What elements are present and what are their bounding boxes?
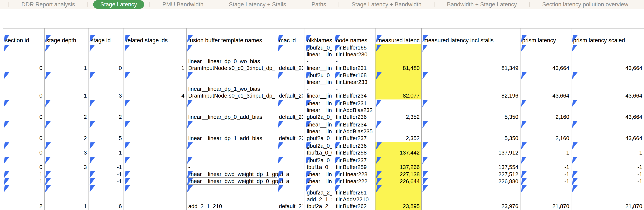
column-header-fusion-buffer-template-names[interactable]: fusion buffer template names	[186, 35, 277, 44]
cell-r6-stage-depth[interactable]: 3	[44, 156, 89, 171]
cell-r1-stage-depth[interactable]: 1	[44, 44, 89, 72]
cell-r9-prism-latency[interactable]: 21,870	[520, 185, 572, 210]
cell-r8-prism-latency[interactable]: -1	[520, 178, 572, 185]
cell-r4-blknames[interactable]: linear__linelinear__linegbuf2a_0_1	[305, 121, 334, 142]
tab-ddr-report-analysis[interactable]: DDR Report analysis	[14, 0, 82, 9]
column-header-stage-depth[interactable]: stage depth	[44, 35, 89, 44]
cell-r9-measured-latency[interactable]: 23,895	[376, 185, 422, 210]
cell-r4-related-stage-ids[interactable]	[124, 121, 186, 142]
column-header-blknames[interactable]: blkNames	[305, 35, 334, 44]
cell-r5-stage-id[interactable]: -1	[89, 142, 124, 156]
cell-r6-prism-latency[interactable]: -1	[520, 156, 572, 171]
cell-r5-prism-latency[interactable]: -1	[520, 142, 572, 156]
cell-r7-related-stage-ids[interactable]	[124, 171, 186, 178]
cell-r9-measured-latency-incl-stalls[interactable]: 23,976	[422, 185, 520, 210]
cell-r7-measured-latency-incl-stalls[interactable]: 227,512	[422, 171, 520, 178]
cell-r7-section-id[interactable]: 1	[3, 171, 44, 178]
empty-cell[interactable]	[186, 29, 277, 35]
cell-r7-prism-latency-scaled[interactable]: -1	[572, 171, 644, 178]
cell-r9-mac-id[interactable]: default_210	[277, 185, 305, 210]
column-header-measured-latency[interactable]: measured latency	[376, 35, 422, 44]
cell-r3-related-stage-ids[interactable]	[124, 99, 186, 121]
cell-r4-section-id[interactable]: 0	[3, 121, 44, 142]
cell-r2-measured-latency-incl-stalls[interactable]: 82,196	[422, 72, 520, 99]
cell-r9-stage-id[interactable]: 6	[89, 185, 124, 210]
cell-r5-blknames[interactable]: gbuf2a_0_0tbuf1a_0_0	[305, 142, 334, 156]
cell-r7-blknames[interactable]: linear__line	[305, 171, 334, 178]
cell-r5-measured-latency[interactable]: 137,442	[376, 142, 422, 156]
cell-r1-stage-id[interactable]: 0	[89, 44, 124, 72]
empty-cell[interactable]	[334, 29, 376, 35]
cell-r7-fusion-buffer-template-names[interactable]: linear__linear_bwd_weight_dp_1_grad_a	[186, 171, 277, 178]
cell-r5-mac-id[interactable]	[277, 142, 305, 156]
cell-r6-measured-latency[interactable]: 137,266	[376, 156, 422, 171]
cell-r9-prism-latency-scaled[interactable]: 21,870	[572, 185, 644, 210]
cell-r6-fusion-buffer-template-names[interactable]: -	[186, 156, 277, 171]
column-header-related-stage-ids[interactable]: related stage ids	[124, 35, 186, 44]
cell-r4-stage-depth[interactable]: 2	[44, 121, 89, 142]
cell-r2-stage-depth[interactable]: 1	[44, 72, 89, 99]
cell-r6-section-id[interactable]: 0	[3, 156, 44, 171]
cell-r1-measured-latency[interactable]: 81,480	[376, 44, 422, 72]
cell-r2-prism-latency[interactable]: 43,664	[520, 72, 572, 99]
cell-r1-prism-latency[interactable]: 43,664	[520, 44, 572, 72]
empty-cell[interactable]	[3, 29, 44, 35]
cell-r1-prism-latency-scaled[interactable]: 43,664	[572, 44, 644, 72]
cell-r2-fusion-buffer-template-names[interactable]: linear__linear_dp_1_wo_biasDramInputNode…	[186, 72, 277, 99]
cell-r3-prism-latency-scaled[interactable]: 43,664	[572, 99, 644, 121]
cell-r4-measured-latency-incl-stalls[interactable]: 5,350	[422, 121, 520, 142]
cell-r5-related-stage-ids[interactable]	[124, 142, 186, 156]
empty-cell[interactable]	[305, 29, 334, 35]
cell-r7-node-names[interactable]: tlir.Linear228	[334, 171, 376, 178]
column-header-stage-id[interactable]: stage id	[89, 35, 124, 44]
cell-r9-fusion-buffer-template-names[interactable]: add_2_1_210	[186, 185, 277, 210]
tab-paths[interactable]: Paths	[304, 0, 333, 9]
cell-r8-blknames[interactable]: linear__line	[305, 178, 334, 185]
cell-r2-prism-latency-scaled[interactable]: 43,664	[572, 72, 644, 99]
tab-bandwidth-stage-latency[interactable]: Bandwidth + Stage Latency	[440, 0, 524, 9]
cell-r5-prism-latency-scaled[interactable]: -1	[572, 142, 644, 156]
cell-r4-prism-latency-scaled[interactable]: 43,664	[572, 121, 644, 142]
cell-r6-blknames[interactable]: gbuf2a_0_1tbuf1a_0_1	[305, 156, 334, 171]
cell-r8-section-id[interactable]: 1	[3, 178, 44, 185]
cell-r2-blknames[interactable]: gbuf2u_0_1linear__line-linear__line	[305, 72, 334, 99]
cell-r2-node-names[interactable]: tlir.Buffer168tlir.Linear233-tlir.Buffer…	[334, 72, 376, 99]
empty-cell[interactable]	[89, 29, 124, 35]
empty-cell[interactable]	[277, 29, 305, 35]
cell-r8-stage-depth[interactable]	[44, 178, 89, 185]
cell-r9-related-stage-ids[interactable]	[124, 185, 186, 210]
column-header-mac-id[interactable]: mac id	[277, 35, 305, 44]
cell-r8-measured-latency-incl-stalls[interactable]: 226,880	[422, 178, 520, 185]
cell-r6-mac-id[interactable]	[277, 156, 305, 171]
cell-r5-measured-latency-incl-stalls[interactable]: 137,912	[422, 142, 520, 156]
cell-r2-mac-id[interactable]: default_233	[277, 72, 305, 99]
cell-r8-stage-id[interactable]: -1	[89, 178, 124, 185]
cell-r1-measured-latency-incl-stalls[interactable]: 81,349	[422, 44, 520, 72]
tab-stage-latency-stalls[interactable]: Stage Latency + Stalls	[222, 0, 293, 9]
tab-stage-latency[interactable]: Stage Latency	[93, 0, 144, 9]
cell-r2-related-stage-ids[interactable]: 4	[124, 72, 186, 99]
cell-r6-measured-latency-incl-stalls[interactable]: 137,554	[422, 156, 520, 171]
cell-r7-prism-latency[interactable]: -1	[520, 171, 572, 178]
empty-cell[interactable]	[422, 29, 520, 35]
tab-pmu-bandwidth[interactable]: PMU Bandwidth	[155, 0, 211, 9]
cell-r6-prism-latency-scaled[interactable]: -1	[572, 156, 644, 171]
cell-r8-measured-latency[interactable]: 226,644	[376, 178, 422, 185]
column-header-node-names[interactable]: node names	[334, 35, 376, 44]
cell-r3-mac-id[interactable]: default_232	[277, 99, 305, 121]
cell-r3-section-id[interactable]: 0	[3, 99, 44, 121]
cell-r8-related-stage-ids[interactable]	[124, 178, 186, 185]
column-header-section-id[interactable]: section id	[3, 35, 44, 44]
column-header-prism-latency-scaled[interactable]: prism latency scaled	[572, 35, 644, 44]
tab-section-latency-pollution-overview[interactable]: Section latency pollution overview	[535, 0, 636, 9]
column-header-measured-latency-incl-stalls[interactable]: measured latency incl stalls	[422, 35, 520, 44]
cell-r8-node-names[interactable]: tlir.Linear222	[334, 178, 376, 185]
cell-r2-stage-id[interactable]: 3	[89, 72, 124, 99]
cell-r4-prism-latency[interactable]: 2,160	[520, 121, 572, 142]
cell-r8-prism-latency-scaled[interactable]: -1	[572, 178, 644, 185]
cell-r1-blknames[interactable]: gbuf2u_0_0linear__line-linear__line	[305, 44, 334, 72]
cell-r4-node-names[interactable]: tlir.Buffer234tlir.AddBias235tlir.Buffer…	[334, 121, 376, 142]
cell-r9-node-names[interactable]: tlir.Buffer261tlir.AddV2210tlir.Buffer26…	[334, 185, 376, 210]
cell-r4-stage-id[interactable]: 5	[89, 121, 124, 142]
cell-r6-stage-id[interactable]: -1	[89, 156, 124, 171]
